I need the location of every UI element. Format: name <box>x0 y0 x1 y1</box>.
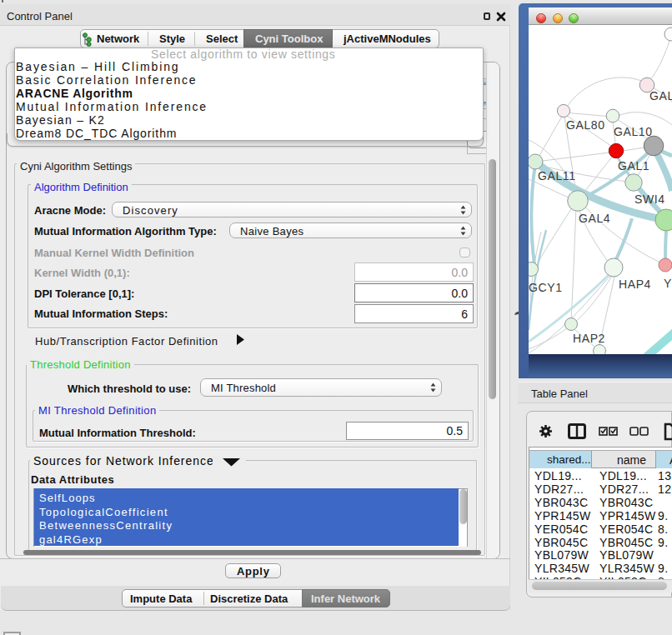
svg-text:SWI4: SWI4 <box>634 192 665 206</box>
svg-text:GAL4: GAL4 <box>579 212 610 225</box>
svg-text:GAL10: GAL10 <box>614 125 653 138</box>
svg-text:HAP2: HAP2 <box>573 332 605 345</box>
svg-text:GAL: GAL <box>649 89 672 102</box>
svg-text:Y: Y <box>664 277 672 290</box>
svg-text:GAL1: GAL1 <box>618 159 649 172</box>
svg-text:GAL11: GAL11 <box>538 169 576 182</box>
svg-text:GAL80: GAL80 <box>566 118 605 132</box>
svg-text:HAP4: HAP4 <box>619 278 651 291</box>
svg-text:GCY1: GCY1 <box>529 281 563 294</box>
